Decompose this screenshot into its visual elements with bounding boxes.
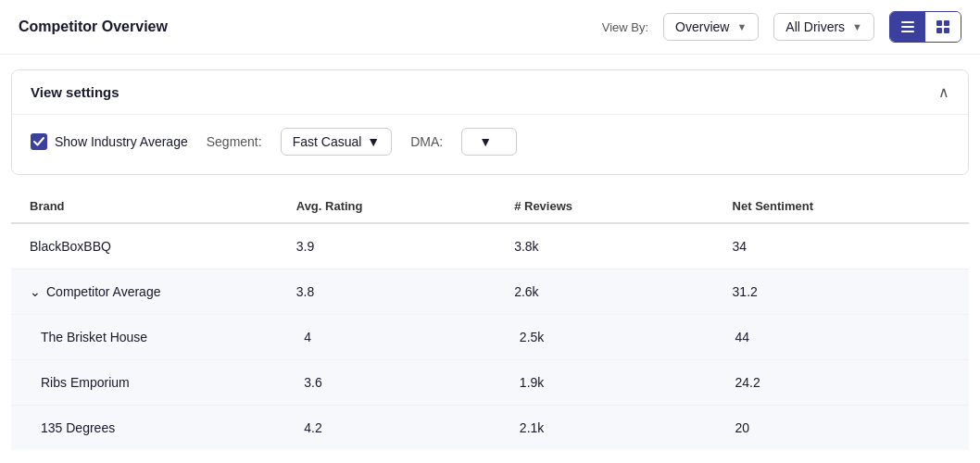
col-header-net-sentiment: Net Sentiment [733, 199, 950, 213]
grid-view-button[interactable] [925, 12, 961, 42]
view-settings-body: Show Industry Average Segment: Fast Casu… [12, 114, 968, 174]
brand-cell: ⌄ Competitor Average [30, 284, 296, 299]
sentiment-cell: 44 [735, 330, 950, 344]
reviews-cell: 3.8k [514, 239, 732, 254]
avg-rating-cell: 4 [304, 330, 520, 344]
all-drivers-chevron-icon: ▼ [852, 21, 862, 32]
expand-competitor-avg-icon[interactable]: ⌄ [30, 284, 41, 299]
view-settings-panel: View settings ∧ Show Industry Average Se… [11, 69, 969, 175]
reviews-cell: 1.9k [520, 375, 735, 390]
table-row: Ribs Emporium 3.6 1.9k 24.2 [11, 360, 969, 406]
svg-rect-5 [936, 28, 942, 33]
view-by-label: View By: [602, 20, 648, 34]
page-title: Competitor Overview [19, 19, 587, 35]
svg-rect-2 [901, 31, 914, 32]
brand-cell: The Brisket House [30, 330, 304, 344]
avg-rating-cell: 3.9 [296, 239, 514, 254]
sentiment-cell: 20 [735, 420, 950, 435]
view-settings-header[interactable]: View settings ∧ [12, 70, 968, 114]
reviews-cell: 2.6k [514, 284, 732, 299]
segment-label: Segment: [207, 134, 262, 149]
dma-chevron-icon: ▼ [479, 134, 492, 149]
view-by-chevron-icon: ▼ [736, 21, 747, 32]
view-by-value: Overview [675, 19, 729, 34]
col-header-avg-rating: Avg. Rating [296, 199, 514, 213]
svg-rect-3 [936, 20, 942, 26]
segment-dropdown[interactable]: Fast Casual ▼ [281, 128, 393, 156]
brand-cell: Ribs Emporium [30, 375, 304, 390]
sentiment-cell: 31.2 [733, 284, 950, 299]
view-settings-title: View settings [31, 84, 119, 100]
svg-rect-0 [901, 21, 914, 23]
all-drivers-value: All Drivers [785, 19, 845, 34]
brand-cell: BlackBoxBBQ [30, 239, 296, 254]
avg-rating-cell: 4.2 [304, 420, 520, 435]
show-industry-average-wrapper: Show Industry Average [31, 133, 188, 150]
segment-value: Fast Casual [293, 134, 362, 149]
table-row: 135 Degrees 4.2 2.1k 20 [11, 406, 969, 450]
show-industry-average-label: Show Industry Average [55, 134, 188, 149]
list-icon [899, 19, 916, 35]
sentiment-cell: 34 [733, 239, 950, 254]
table-row: ⌄ Competitor Average 3.8 2.6k 31.2 [11, 269, 969, 315]
brand-cell: 135 Degrees [30, 420, 304, 435]
sentiment-cell: 24.2 [735, 375, 950, 390]
table-row: The Brisket House 4 2.5k 44 [11, 315, 969, 360]
grid-icon [935, 19, 951, 35]
svg-rect-4 [944, 20, 949, 26]
svg-rect-1 [901, 26, 914, 28]
col-header-brand: Brand [30, 199, 296, 213]
reviews-cell: 2.5k [520, 330, 735, 344]
view-toggle-group [889, 11, 961, 43]
table-row: BlackBoxBBQ 3.9 3.8k 34 [11, 224, 969, 269]
view-by-dropdown[interactable]: Overview ▼ [663, 13, 759, 41]
collapse-icon: ∧ [938, 83, 949, 101]
reviews-cell: 2.1k [520, 420, 735, 435]
dma-label: DMA: [410, 134, 443, 149]
segment-chevron-icon: ▼ [367, 134, 380, 149]
table-header: Brand Avg. Rating # Reviews Net Sentimen… [11, 190, 969, 224]
dma-dropdown[interactable]: ▼ [461, 128, 517, 156]
list-view-button[interactable] [890, 12, 925, 42]
all-drivers-dropdown[interactable]: All Drivers ▼ [773, 13, 874, 41]
svg-rect-6 [944, 28, 949, 33]
show-industry-average-checkbox[interactable] [31, 133, 47, 150]
data-table: Brand Avg. Rating # Reviews Net Sentimen… [11, 190, 969, 450]
page-header: Competitor Overview View By: Overview ▼ … [0, 0, 980, 55]
avg-rating-cell: 3.8 [296, 284, 514, 299]
checkmark-icon [33, 136, 44, 147]
competitor-avg-label: Competitor Average [46, 284, 160, 299]
avg-rating-cell: 3.6 [304, 375, 520, 390]
col-header-reviews: # Reviews [514, 199, 732, 213]
